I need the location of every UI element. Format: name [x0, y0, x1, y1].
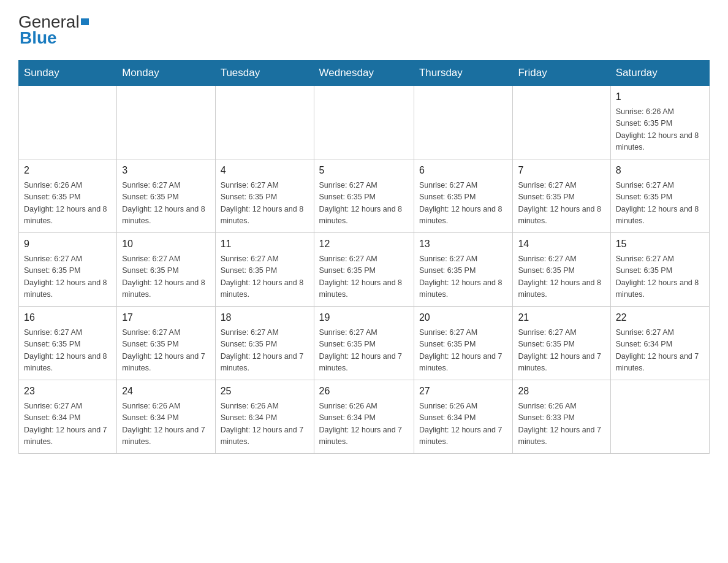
calendar-day-cell: 24Sunrise: 6:26 AM Sunset: 6:34 PM Dayli…: [117, 380, 215, 454]
day-info: Sunrise: 6:26 AM Sunset: 6:35 PM Dayligh…: [24, 180, 112, 228]
calendar-day-cell: 19Sunrise: 6:27 AM Sunset: 6:35 PM Dayli…: [314, 307, 414, 380]
day-number: 12: [319, 237, 409, 251]
day-of-week-header: Sunday: [19, 61, 117, 86]
day-info: Sunrise: 6:27 AM Sunset: 6:35 PM Dayligh…: [518, 253, 605, 301]
calendar-day-cell: [215, 86, 314, 159]
day-number: 5: [319, 163, 409, 178]
day-number: 28: [518, 384, 605, 399]
calendar-day-cell: 10Sunrise: 6:27 AM Sunset: 6:35 PM Dayli…: [117, 233, 215, 307]
calendar-day-cell: 12Sunrise: 6:27 AM Sunset: 6:35 PM Dayli…: [314, 233, 414, 307]
calendar-day-cell: 14Sunrise: 6:27 AM Sunset: 6:35 PM Dayli…: [513, 233, 610, 307]
calendar-week-row: 23Sunrise: 6:27 AM Sunset: 6:34 PM Dayli…: [19, 380, 710, 454]
calendar-day-cell: 4Sunrise: 6:27 AM Sunset: 6:35 PM Daylig…: [215, 159, 314, 233]
calendar-header: SundayMondayTuesdayWednesdayThursdayFrid…: [19, 61, 710, 86]
calendar-day-cell: [513, 86, 610, 159]
day-number: 16: [24, 310, 112, 325]
calendar-day-cell: 11Sunrise: 6:27 AM Sunset: 6:35 PM Dayli…: [215, 233, 314, 307]
calendar-day-cell: 28Sunrise: 6:26 AM Sunset: 6:33 PM Dayli…: [513, 380, 610, 454]
day-number: 11: [221, 237, 309, 251]
day-info: Sunrise: 6:27 AM Sunset: 6:35 PM Dayligh…: [24, 253, 112, 301]
calendar-day-cell: 26Sunrise: 6:26 AM Sunset: 6:34 PM Dayli…: [314, 380, 414, 454]
day-number: 10: [122, 237, 210, 251]
calendar-week-row: 16Sunrise: 6:27 AM Sunset: 6:35 PM Dayli…: [19, 307, 710, 380]
calendar-day-cell: 1Sunrise: 6:26 AM Sunset: 6:35 PM Daylig…: [610, 86, 709, 159]
day-info: Sunrise: 6:27 AM Sunset: 6:35 PM Dayligh…: [319, 253, 409, 301]
day-info: Sunrise: 6:27 AM Sunset: 6:35 PM Dayligh…: [122, 327, 210, 375]
day-number: 18: [221, 310, 309, 325]
calendar-day-cell: 27Sunrise: 6:26 AM Sunset: 6:34 PM Dayli…: [414, 380, 513, 454]
calendar-day-cell: 21Sunrise: 6:27 AM Sunset: 6:35 PM Dayli…: [513, 307, 610, 380]
day-number: 15: [616, 237, 704, 251]
day-number: 3: [122, 163, 210, 178]
day-of-week-header: Tuesday: [215, 61, 314, 86]
calendar-day-cell: 2Sunrise: 6:26 AM Sunset: 6:35 PM Daylig…: [19, 159, 117, 233]
day-number: 14: [518, 237, 605, 251]
day-number: 21: [518, 310, 605, 325]
day-number: 27: [419, 384, 508, 399]
day-info: Sunrise: 6:27 AM Sunset: 6:35 PM Dayligh…: [518, 327, 605, 375]
calendar-day-cell: 25Sunrise: 6:26 AM Sunset: 6:34 PM Dayli…: [215, 380, 314, 454]
day-info: Sunrise: 6:26 AM Sunset: 6:34 PM Dayligh…: [319, 400, 409, 448]
day-number: 22: [616, 310, 704, 325]
day-info: Sunrise: 6:27 AM Sunset: 6:35 PM Dayligh…: [221, 253, 309, 301]
day-info: Sunrise: 6:26 AM Sunset: 6:35 PM Dayligh…: [616, 106, 704, 154]
calendar-day-cell: 16Sunrise: 6:27 AM Sunset: 6:35 PM Dayli…: [19, 307, 117, 380]
day-number: 8: [616, 163, 704, 178]
day-info: Sunrise: 6:27 AM Sunset: 6:35 PM Dayligh…: [122, 180, 210, 228]
calendar-day-cell: 9Sunrise: 6:27 AM Sunset: 6:35 PM Daylig…: [19, 233, 117, 307]
calendar-week-row: 2Sunrise: 6:26 AM Sunset: 6:35 PM Daylig…: [19, 159, 710, 233]
day-number: 6: [419, 163, 508, 178]
day-info: Sunrise: 6:27 AM Sunset: 6:35 PM Dayligh…: [616, 180, 704, 228]
calendar-day-cell: [414, 86, 513, 159]
day-number: 7: [518, 163, 605, 178]
calendar-day-cell: 22Sunrise: 6:27 AM Sunset: 6:34 PM Dayli…: [610, 307, 709, 380]
day-info: Sunrise: 6:27 AM Sunset: 6:35 PM Dayligh…: [319, 180, 409, 228]
day-info: Sunrise: 6:27 AM Sunset: 6:35 PM Dayligh…: [419, 327, 508, 375]
calendar-day-cell: 6Sunrise: 6:27 AM Sunset: 6:35 PM Daylig…: [414, 159, 513, 233]
day-info: Sunrise: 6:26 AM Sunset: 6:33 PM Dayligh…: [518, 400, 605, 448]
day-of-week-header: Thursday: [414, 61, 513, 86]
day-of-week-header: Wednesday: [314, 61, 414, 86]
day-number: 19: [319, 310, 409, 325]
calendar-body: 1Sunrise: 6:26 AM Sunset: 6:35 PM Daylig…: [19, 86, 710, 454]
calendar-day-cell: 13Sunrise: 6:27 AM Sunset: 6:35 PM Dayli…: [414, 233, 513, 307]
day-number: 25: [221, 384, 309, 399]
day-number: 24: [122, 384, 210, 399]
calendar-week-row: 1Sunrise: 6:26 AM Sunset: 6:35 PM Daylig…: [19, 86, 710, 159]
calendar-day-cell: 23Sunrise: 6:27 AM Sunset: 6:34 PM Dayli…: [19, 380, 117, 454]
day-number: 23: [24, 384, 112, 399]
logo-blue-text: Blue: [20, 28, 57, 48]
day-info: Sunrise: 6:27 AM Sunset: 6:35 PM Dayligh…: [419, 253, 508, 301]
calendar-day-cell: [314, 86, 414, 159]
day-number: 1: [616, 90, 704, 104]
calendar-day-cell: 3Sunrise: 6:27 AM Sunset: 6:35 PM Daylig…: [117, 159, 215, 233]
calendar-day-cell: 5Sunrise: 6:27 AM Sunset: 6:35 PM Daylig…: [314, 159, 414, 233]
day-info: Sunrise: 6:27 AM Sunset: 6:35 PM Dayligh…: [221, 327, 309, 375]
day-number: 20: [419, 310, 508, 325]
day-number: 17: [122, 310, 210, 325]
day-info: Sunrise: 6:27 AM Sunset: 6:35 PM Dayligh…: [518, 180, 605, 228]
calendar-week-row: 9Sunrise: 6:27 AM Sunset: 6:35 PM Daylig…: [19, 233, 710, 307]
day-number: 26: [319, 384, 409, 399]
day-info: Sunrise: 6:27 AM Sunset: 6:34 PM Dayligh…: [616, 327, 704, 375]
days-of-week-row: SundayMondayTuesdayWednesdayThursdayFrid…: [19, 61, 710, 86]
day-info: Sunrise: 6:27 AM Sunset: 6:35 PM Dayligh…: [221, 180, 309, 228]
day-info: Sunrise: 6:27 AM Sunset: 6:35 PM Dayligh…: [616, 253, 704, 301]
day-info: Sunrise: 6:26 AM Sunset: 6:34 PM Dayligh…: [419, 400, 508, 448]
day-info: Sunrise: 6:27 AM Sunset: 6:35 PM Dayligh…: [122, 253, 210, 301]
calendar-day-cell: [610, 380, 709, 454]
day-info: Sunrise: 6:27 AM Sunset: 6:35 PM Dayligh…: [319, 327, 409, 375]
day-of-week-header: Monday: [117, 61, 215, 86]
day-info: Sunrise: 6:26 AM Sunset: 6:34 PM Dayligh…: [122, 400, 210, 448]
calendar-day-cell: [117, 86, 215, 159]
calendar-table: SundayMondayTuesdayWednesdayThursdayFrid…: [18, 60, 710, 454]
calendar-day-cell: 7Sunrise: 6:27 AM Sunset: 6:35 PM Daylig…: [513, 159, 610, 233]
day-info: Sunrise: 6:27 AM Sunset: 6:34 PM Dayligh…: [24, 400, 112, 448]
day-number: 4: [221, 163, 309, 178]
day-info: Sunrise: 6:26 AM Sunset: 6:34 PM Dayligh…: [221, 400, 309, 448]
day-info: Sunrise: 6:27 AM Sunset: 6:35 PM Dayligh…: [24, 327, 112, 375]
page-header: General Blue: [18, 12, 710, 48]
day-info: Sunrise: 6:27 AM Sunset: 6:35 PM Dayligh…: [419, 180, 508, 228]
calendar-day-cell: 17Sunrise: 6:27 AM Sunset: 6:35 PM Dayli…: [117, 307, 215, 380]
calendar-day-cell: 8Sunrise: 6:27 AM Sunset: 6:35 PM Daylig…: [610, 159, 709, 233]
